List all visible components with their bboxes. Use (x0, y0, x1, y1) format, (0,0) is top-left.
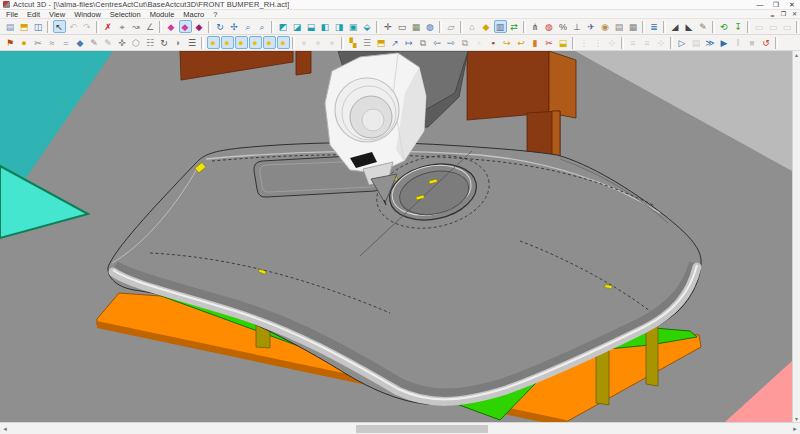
list-dark-button[interactable]: ☰ (186, 36, 199, 49)
scroll-up-arrow[interactable]: ▴ (795, 51, 798, 58)
moon-gray-button[interactable]: ◗ (172, 36, 185, 49)
scissors-mark-button[interactable]: ✂ (32, 36, 45, 49)
sim-ffwd-button[interactable]: ≫ (704, 36, 717, 49)
menu-item-module[interactable]: Module (150, 10, 175, 19)
view-iso-button[interactable]: ◩ (277, 20, 290, 33)
compare-button[interactable]: ≈ (46, 36, 59, 49)
sphere-gold-button[interactable]: ● (18, 36, 31, 49)
view-top-button[interactable]: ▣ (347, 20, 360, 33)
bulb-points-button[interactable]: ● (207, 36, 220, 49)
render-globe-button[interactable]: ◍ (424, 20, 437, 33)
curve-gold-a-button[interactable]: ↪ (501, 36, 514, 49)
diamond-blue-button[interactable]: ◆ (74, 36, 87, 49)
frame-post-foot-face[interactable] (552, 111, 560, 161)
paint-flag-button[interactable]: ⚑ (4, 36, 17, 49)
horizontal-scroll-thumb[interactable] (356, 425, 488, 433)
pencil-edit-button[interactable]: ✎ (697, 20, 710, 33)
panel-b-button[interactable]: ▦ (627, 20, 640, 33)
clipboard-yellow-button[interactable]: ⬒ (375, 36, 388, 49)
horizontal-scrollbar[interactable]: ◂ ▸ (0, 422, 800, 434)
view-left-button[interactable]: ◧ (319, 20, 332, 33)
close-button[interactable]: ✕ (784, 0, 800, 10)
scroll-left-arrow[interactable]: ◂ (0, 423, 10, 434)
arrow-right-button[interactable]: ⇨ (445, 36, 458, 49)
database-button[interactable]: ≣ (648, 20, 661, 33)
view-right-button[interactable]: ◨ (333, 20, 346, 33)
refresh-green-button[interactable]: ⟲ (718, 20, 731, 33)
menu-item-macro[interactable]: Macro (183, 10, 204, 19)
part-pink-a-button[interactable]: ◆ (165, 20, 178, 33)
screenshot-button[interactable]: ▦ (410, 20, 423, 33)
knife-a-button[interactable]: ◢ (669, 20, 682, 33)
frame-post-small[interactable] (296, 51, 311, 75)
delete-red-button[interactable]: ✗ (102, 20, 115, 33)
snip-red-button[interactable]: ✂ (543, 36, 556, 49)
move-point-button[interactable]: ⌖ (116, 20, 129, 33)
arrow-left-button[interactable]: ⇦ (431, 36, 444, 49)
bulb-machine-button[interactable]: ● (263, 36, 276, 49)
tiles-yellow-button[interactable]: ▚ (347, 36, 360, 49)
menu-item-edit[interactable]: Edit (27, 10, 40, 19)
import-green-button[interactable]: ↧ (732, 20, 745, 33)
arch-view-button[interactable]: ⌂ (466, 20, 479, 33)
knife-b-button[interactable]: ◣ (683, 20, 696, 33)
sim-play-button[interactable]: ▶ (718, 36, 731, 49)
bulb-curves-button[interactable]: ● (221, 36, 234, 49)
new-file-button[interactable]: ▤ (4, 20, 17, 33)
fit-view-button[interactable]: ✛ (382, 20, 395, 33)
pencil-b-button[interactable]: ✎ (102, 36, 115, 49)
rotate-view-button[interactable]: ↻ (214, 20, 227, 33)
angle-edit-button[interactable]: ∠ (144, 20, 157, 33)
eye-view-button[interactable]: ◉ (599, 20, 612, 33)
undo-red-button[interactable]: ↺ (760, 36, 773, 49)
mouse-mode-button[interactable]: ▱ (445, 20, 458, 33)
loop-dark-button[interactable]: ↻ (158, 36, 171, 49)
list-b-button[interactable]: ☰ (361, 36, 374, 49)
sim-step-button[interactable]: ▷ (676, 36, 689, 49)
menu-item-help[interactable]: ? (213, 10, 217, 19)
frame-post-right[interactable] (467, 51, 549, 120)
viewport-3d[interactable]: ▴ ▾ (0, 51, 800, 422)
world-frame-button[interactable]: ◍ (543, 20, 556, 33)
view-back-button[interactable]: ⬓ (305, 20, 318, 33)
press-yellow-button[interactable]: ⬓ (557, 36, 570, 49)
menu-item-selection[interactable]: Selection (110, 10, 141, 19)
child-close-button[interactable]: ✕ (789, 10, 800, 19)
bulb-planes-button[interactable]: ● (249, 36, 262, 49)
probe-plane-button[interactable]: ✈ (585, 20, 598, 33)
menu-item-window[interactable]: Window (74, 10, 101, 19)
curve-edit-button[interactable]: ↝ (130, 20, 143, 33)
restore-button[interactable]: ❐ (768, 0, 784, 10)
goto-up-button[interactable]: ↗ (389, 36, 402, 49)
swap-green-button[interactable]: ⇄ (508, 20, 521, 33)
equalize-button[interactable]: = (60, 36, 73, 49)
hanger-fixture-button[interactable]: ⊥ (571, 20, 584, 33)
select-cursor-button[interactable]: ↖ (53, 20, 66, 33)
bulb-part-button[interactable]: ● (277, 36, 290, 49)
minimize-button[interactable]: — (752, 0, 768, 10)
menu-item-view[interactable]: View (49, 10, 65, 19)
child-restore-button[interactable]: ❐ (778, 10, 789, 19)
pan-view-button[interactable]: ✢ (228, 20, 241, 33)
stack-layers-button[interactable]: ☷ (144, 36, 157, 49)
save-button[interactable]: ◫ (32, 20, 45, 33)
zoom-window-button[interactable]: ▭ (396, 20, 409, 33)
path-tree-button[interactable]: ⋔ (529, 20, 542, 33)
scroll-right-arrow[interactable]: ▸ (790, 423, 800, 434)
bulb-surfaces-button[interactable]: ● (235, 36, 248, 49)
part-gold-button[interactable]: ◆ (480, 20, 493, 33)
part-pink-b-button[interactable]: ◆ (179, 20, 192, 33)
box-rotate-button[interactable]: ⬡ (130, 36, 143, 49)
curve-gold-b-button[interactable]: ↩ (515, 36, 528, 49)
copy-frame-button[interactable]: ⧉ (459, 36, 472, 49)
brown-block-button[interactable]: ▪ (487, 36, 500, 49)
view-bottom-button[interactable]: ⬙ (361, 20, 374, 33)
orange-box-button[interactable]: ▮ (529, 36, 542, 49)
fixture-rib-4[interactable] (646, 323, 658, 386)
vertical-scrollbar[interactable]: ▴ ▾ (792, 51, 800, 422)
frame-post-right-face[interactable] (549, 51, 576, 118)
part-pink-c-button[interactable]: ◆ (193, 20, 206, 33)
child-minimize-button[interactable]: ‗ (767, 10, 778, 19)
scroll-down-arrow[interactable]: ▾ (795, 415, 798, 422)
pencil-a-button[interactable]: ✎ (88, 36, 101, 49)
